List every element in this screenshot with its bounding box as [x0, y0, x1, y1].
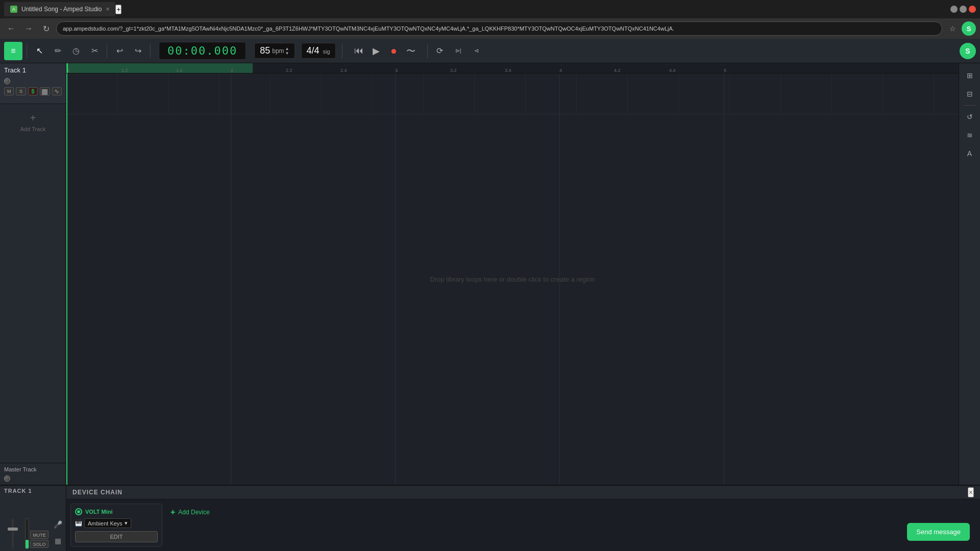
window-close[interactable]: [969, 6, 976, 13]
bottom-solo-button[interactable]: SOLO: [30, 540, 48, 548]
master-volume: [4, 475, 62, 482]
url-bar[interactable]: [56, 21, 942, 36]
scissors-tool-button[interactable]: ✂: [86, 43, 103, 59]
window-maximize[interactable]: [960, 6, 967, 13]
device-chain-close-button[interactable]: ×: [968, 487, 974, 497]
ruler-mark: 2.4: [340, 68, 347, 73]
volume-knob[interactable]: [4, 78, 10, 84]
eq-panel-button[interactable]: ≋: [962, 127, 978, 143]
track-label-bottom: TRACK 1: [0, 486, 66, 496]
automation-track-button[interactable]: ∿: [52, 87, 62, 95]
punch-in-button[interactable]: ⊳|: [450, 43, 467, 59]
grid-line: [559, 73, 560, 485]
undo-button[interactable]: ↩: [111, 43, 128, 59]
record-button[interactable]: ⏺: [385, 43, 402, 59]
eq-button[interactable]: ▦: [40, 87, 50, 95]
automation-button[interactable]: 〜: [403, 43, 419, 59]
device-edit-button[interactable]: EDIT: [75, 531, 158, 542]
device-power-button[interactable]: [75, 508, 82, 515]
panel-divider: [964, 105, 976, 106]
bpm-display[interactable]: 85 bpm ▲ ▼: [254, 43, 295, 59]
reload-button[interactable]: ↻: [39, 21, 53, 36]
track-1-lane[interactable]: [66, 73, 959, 114]
account-avatar[interactable]: S: [960, 43, 976, 59]
mute-button[interactable]: M: [4, 87, 14, 95]
tool-separator-3: [150, 44, 151, 58]
dropdown-arrow-icon: ▾: [125, 520, 128, 527]
device-instrument: 🎹 Ambient Keys ▾: [75, 518, 158, 528]
rewind-button[interactable]: ⏮: [351, 43, 367, 59]
device-power-indicator: [77, 510, 80, 513]
right-panel: ⊞ ⊟ ↺ ≋ A: [959, 63, 980, 485]
pencil-tool-button[interactable]: ✏: [50, 43, 66, 59]
back-button[interactable]: ←: [4, 21, 18, 36]
forward-button[interactable]: →: [21, 21, 36, 36]
send-message-button[interactable]: Send message: [907, 523, 970, 541]
tab-close-button[interactable]: ×: [106, 6, 109, 13]
loop-toggle-button[interactable]: ⟳: [432, 43, 448, 59]
solo-button[interactable]: S: [16, 87, 26, 95]
track-area[interactable]: Drop library loops here or double click …: [66, 73, 959, 485]
bottom-eq-button[interactable]: ▦: [51, 534, 65, 548]
favicon: A: [10, 6, 17, 13]
bpm-arrows[interactable]: ▲ ▼: [285, 46, 289, 56]
volume-fader[interactable]: [12, 518, 14, 549]
mute-solo-area: MUTE SOLO: [29, 496, 50, 551]
menu-button[interactable]: ≡: [4, 42, 22, 60]
timeline-ruler[interactable]: 1 1.2 1.4 2 2.2 2.4 3 3.2 3.4 4 4.2 4.4 …: [66, 63, 959, 73]
ruler-mark: 3.2: [450, 68, 457, 73]
add-track-label: Add Track: [20, 126, 46, 132]
add-track-plus-icon: +: [30, 112, 36, 124]
bottom-panel: TRACK 1 MUTE SOLO �: [0, 485, 980, 551]
ruler-mark: 4.4: [669, 68, 676, 73]
sig-suffix: sig: [323, 48, 330, 55]
ruler-mark: 4: [559, 68, 562, 73]
pointer-tool-button[interactable]: ↖: [31, 43, 47, 59]
grid-panel-button[interactable]: ⊟: [962, 86, 978, 102]
time-sig-display[interactable]: 4/4 sig: [301, 43, 336, 59]
master-track-section: Master Track: [0, 463, 66, 485]
fader-thumb[interactable]: [8, 528, 18, 531]
add-device-button[interactable]: + Add Device: [166, 504, 214, 521]
toolbar: ≡ ↖ ✏ ◷ ✂ ↩ ↪ 00:00.000 85 bpm ▲ ▼ 4/4 s…: [0, 39, 980, 63]
sig-denominator: 4: [314, 45, 320, 56]
new-tab-button[interactable]: +: [115, 5, 121, 14]
window-minimize[interactable]: [950, 6, 958, 13]
profile-icon[interactable]: S: [962, 21, 976, 36]
tab-title: Untitled Song - Amped Studio: [21, 6, 102, 13]
font-panel-button[interactable]: A: [962, 145, 978, 162]
grid-line: [724, 73, 724, 485]
ruler-mark: 5: [724, 68, 726, 73]
sig-numerator: 4: [307, 45, 312, 56]
instrument-selector[interactable]: Ambient Keys ▾: [84, 518, 131, 528]
ruler-mark: 4.2: [614, 68, 621, 73]
punch-out-button[interactable]: ⊲: [469, 43, 485, 59]
bookmark-icon[interactable]: ☆: [945, 21, 960, 36]
main-area: Track 1 M S 💲 ▦ ∿ + Add Track Master: [0, 63, 980, 485]
arm-record-button[interactable]: 💲: [28, 87, 38, 95]
history-panel-button[interactable]: ↺: [962, 109, 978, 125]
bpm-label: bpm: [272, 47, 284, 55]
timeline-area: 1 1.2 1.4 2 2.2 2.4 3 3.2 3.4 4 4.2 4.4 …: [66, 63, 959, 485]
app: ≡ ↖ ✏ ◷ ✂ ↩ ↪ 00:00.000 85 bpm ▲ ▼ 4/4 s…: [0, 39, 980, 551]
redo-button[interactable]: ↪: [130, 43, 146, 59]
play-button[interactable]: ▶: [368, 43, 384, 59]
browser-chrome: A Untitled Song - Amped Studio × + ← → ↻…: [0, 0, 980, 39]
tool-separator-5: [427, 44, 428, 58]
loop-tool-button[interactable]: ◷: [68, 43, 84, 59]
bottom-mute-button[interactable]: MUTE: [30, 531, 48, 539]
add-track-area[interactable]: + Add Track: [0, 106, 66, 138]
master-volume-knob[interactable]: [4, 475, 10, 482]
device-top: VOLT Mini: [75, 508, 158, 515]
browse-panel-button[interactable]: ⊞: [962, 67, 978, 84]
time-display[interactable]: 00:00.000: [159, 42, 246, 60]
device-chain-header: DEVICE CHAIN ×: [66, 486, 980, 499]
instrument-name: Ambient Keys: [88, 520, 122, 527]
browser-tab[interactable]: A Untitled Song - Amped Studio ×: [4, 2, 115, 16]
ruler-mark: 1: [67, 68, 70, 73]
bottom-mic-button[interactable]: 🎤: [51, 517, 65, 532]
fader-area: [0, 496, 25, 551]
nav-icons: ☆ S: [945, 21, 976, 36]
ruler-mark: 3: [395, 68, 398, 73]
ruler-mark: 1.4: [176, 68, 183, 73]
